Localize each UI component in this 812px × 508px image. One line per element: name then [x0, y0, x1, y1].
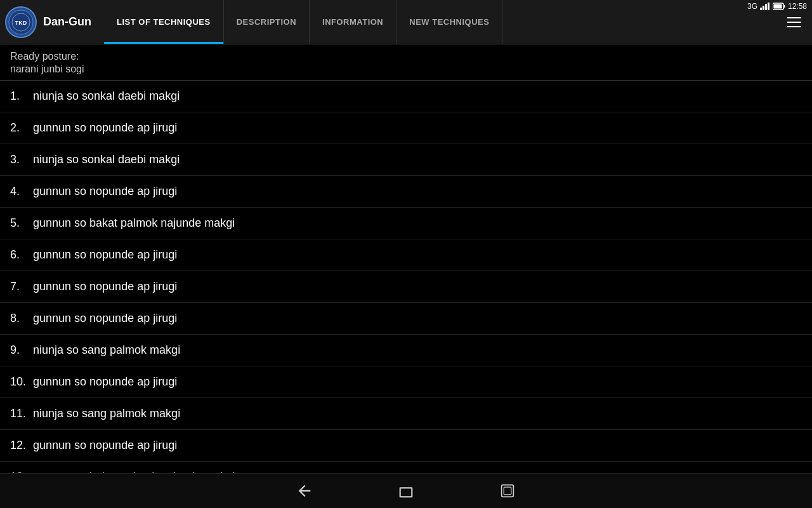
ready-posture-label: Ready posture: [10, 51, 802, 62]
svg-text:TKD: TKD [15, 20, 27, 26]
technique-number: 11. [10, 407, 33, 420]
recents-button[interactable] [495, 478, 520, 504]
ready-posture-section: Ready posture: narani junbi sogi [0, 44, 812, 81]
technique-text: niunja so sonkal daebi makgi [33, 90, 180, 103]
tab-new-techniques[interactable]: NEW TECHNIQUES [396, 0, 502, 44]
list-item[interactable]: 2.gunnun so nopunde ap jirugi [0, 112, 812, 144]
technique-text: niunja so sang palmok makgi [33, 344, 180, 357]
technique-number: 10. [10, 375, 33, 389]
list-item[interactable]: 11.niunja so sang palmok makgi [0, 398, 812, 430]
ready-posture-value: narani junbi sogi [10, 64, 802, 75]
svg-rect-11 [502, 485, 514, 497]
list-item[interactable]: 8.gunnun so nopunde ap jirugi [0, 303, 812, 335]
list-item[interactable]: 13.gunnun so bakat palmok najunde makgi [0, 462, 812, 473]
svg-rect-12 [504, 487, 511, 495]
svg-rect-1 [763, 6, 764, 10]
status-bar: 3G 12:58 [747, 0, 812, 13]
technique-number: 9. [10, 344, 33, 357]
svg-rect-10 [400, 488, 412, 497]
list-item[interactable]: 9.niunja so sang palmok makgi [0, 335, 812, 366]
list-item[interactable]: 1.niunja so sonkal daebi makgi [0, 81, 812, 112]
list-item[interactable]: 6.gunnun so nopunde ap jirugi [0, 239, 812, 271]
technique-text: niunja so sonkal daebi makgi [33, 153, 180, 166]
technique-text: gunnun so nopunde ap jirugi [33, 375, 177, 389]
app-logo: TKD [5, 6, 37, 38]
svg-rect-6 [773, 4, 782, 9]
technique-text: gunnun so nopunde ap jirugi [33, 185, 177, 198]
header: TKD Dan-Gun LIST OF TECHNIQUES DESCRIPTI… [0, 0, 812, 44]
technique-number: 4. [10, 185, 33, 198]
home-icon [397, 482, 415, 500]
technique-text: gunnun so nopunde ap jirugi [33, 439, 177, 452]
tab-list-of-techniques[interactable]: LIST OF TECHNIQUES [104, 0, 224, 44]
recents-icon [499, 482, 516, 500]
technique-text: niunja so sang palmok makgi [33, 407, 180, 420]
technique-text: gunnun so nopunde ap jirugi [33, 121, 177, 135]
technique-number: 8. [10, 312, 33, 325]
technique-number: 2. [10, 121, 33, 135]
technique-number: 7. [10, 280, 33, 293]
list-item[interactable]: 7.gunnun so nopunde ap jirugi [0, 271, 812, 303]
signal-bars-icon [760, 3, 770, 10]
list-item[interactable]: 12.gunnun so nopunde ap jirugi [0, 430, 812, 462]
menu-button[interactable] [783, 11, 806, 34]
list-item[interactable]: 5.gunnun so bakat palmok najunde makgi [0, 208, 812, 239]
bottom-nav [0, 473, 812, 508]
technique-number: 12. [10, 439, 33, 452]
signal-indicator: 3G [747, 2, 757, 11]
back-icon [296, 482, 313, 500]
technique-text: gunnun so nopunde ap jirugi [33, 280, 177, 293]
clock: 12:58 [788, 2, 807, 11]
home-button[interactable] [393, 478, 419, 504]
main-content: Ready posture: narani junbi sogi 1.niunj… [0, 44, 812, 473]
svg-rect-5 [783, 5, 785, 8]
tab-information[interactable]: INFORMATION [310, 0, 396, 44]
app-title: Dan-Gun [43, 15, 91, 29]
svg-rect-0 [760, 8, 762, 10]
technique-number: 3. [10, 153, 33, 166]
nav-tabs: LIST OF TECHNIQUES DESCRIPTION INFORMATI… [104, 0, 783, 44]
list-item[interactable]: 3.niunja so sonkal daebi makgi [0, 144, 812, 176]
technique-number: 6. [10, 248, 33, 262]
svg-rect-3 [768, 3, 769, 10]
techniques-list: 1.niunja so sonkal daebi makgi2.gunnun s… [0, 81, 812, 473]
technique-text: gunnun so nopunde ap jirugi [33, 248, 177, 262]
back-button[interactable] [292, 478, 317, 504]
technique-text: gunnun so nopunde ap jirugi [33, 312, 177, 325]
technique-number: 1. [10, 90, 33, 103]
tab-description[interactable]: DESCRIPTION [224, 0, 310, 44]
list-item[interactable]: 10.gunnun so nopunde ap jirugi [0, 366, 812, 398]
technique-number: 5. [10, 217, 33, 230]
battery-icon [773, 3, 785, 10]
list-item[interactable]: 4.gunnun so nopunde ap jirugi [0, 176, 812, 208]
technique-text: gunnun so bakat palmok najunde makgi [33, 217, 235, 230]
svg-rect-2 [765, 4, 767, 10]
